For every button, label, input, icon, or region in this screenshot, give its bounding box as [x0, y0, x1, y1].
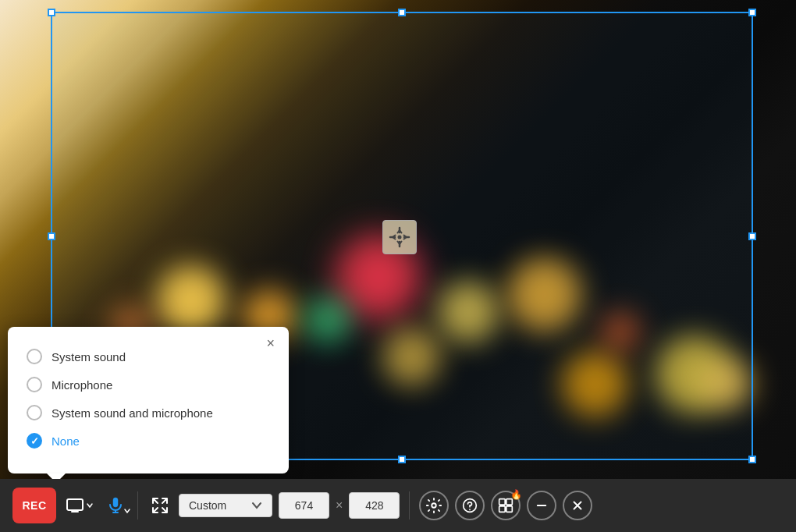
- dimension-separator: ×: [336, 498, 343, 512]
- width-input[interactable]: [279, 492, 329, 519]
- popup-close-button[interactable]: ×: [261, 335, 279, 352]
- gear-icon: [425, 497, 442, 514]
- svg-point-3: [432, 503, 437, 508]
- resolution-dropdown[interactable]: Custom: [179, 494, 272, 517]
- grid-icon: [498, 498, 513, 513]
- radio-microphone[interactable]: [27, 377, 42, 392]
- separator-1: [137, 491, 138, 520]
- help-button[interactable]: [455, 491, 485, 520]
- mic-dropdown-arrow[interactable]: [122, 505, 133, 516]
- resolution-value: Custom: [189, 499, 226, 512]
- svg-rect-7: [499, 506, 506, 512]
- question-icon: [462, 498, 478, 513]
- settings-button[interactable]: [419, 491, 449, 520]
- radio-system-and-mic[interactable]: [27, 405, 42, 420]
- fullscreen-button[interactable]: [147, 493, 172, 518]
- audio-label-system-and-mic: System sound and microphone: [52, 406, 213, 420]
- screen-capture-button[interactable]: [62, 493, 97, 518]
- rec-button[interactable]: REC: [12, 488, 56, 523]
- svg-rect-1: [67, 499, 83, 510]
- chevron-down-icon: [123, 508, 131, 514]
- separator-2: [409, 491, 410, 520]
- dropdown-arrow-icon: [251, 502, 262, 509]
- fullscreen-icon: [151, 496, 169, 515]
- mic-button-container: [103, 493, 128, 518]
- audio-option-system-sound[interactable]: System sound: [27, 342, 270, 371]
- close-icon: [570, 498, 585, 512]
- toolbar: REC Custom: [0, 479, 796, 532]
- radio-system-sound[interactable]: [27, 349, 42, 364]
- audio-popup: × System sound Microphone System sound a…: [8, 327, 289, 473]
- screen-icon: [66, 496, 84, 515]
- audio-label-system-sound: System sound: [52, 350, 126, 364]
- audio-option-system-and-mic[interactable]: System sound and microphone: [27, 399, 270, 427]
- minus-icon: [535, 498, 549, 512]
- svg-rect-8: [506, 506, 513, 512]
- svg-point-0: [398, 236, 402, 239]
- svg-rect-5: [499, 499, 506, 505]
- fire-badge: 🔥: [510, 489, 522, 500]
- svg-rect-2: [113, 498, 118, 507]
- move-cursor-icon[interactable]: [382, 220, 417, 254]
- close-button[interactable]: [563, 491, 592, 520]
- height-input[interactable]: [349, 492, 400, 519]
- minimize-button[interactable]: [527, 491, 556, 520]
- layout-button[interactable]: 🔥: [491, 491, 521, 520]
- audio-option-none[interactable]: None: [27, 427, 270, 455]
- screen-dropdown-arrow: [86, 502, 94, 509]
- radio-none[interactable]: [27, 433, 42, 449]
- audio-option-microphone[interactable]: Microphone: [27, 371, 270, 399]
- audio-label-microphone: Microphone: [52, 378, 112, 392]
- audio-label-none: None: [52, 434, 80, 448]
